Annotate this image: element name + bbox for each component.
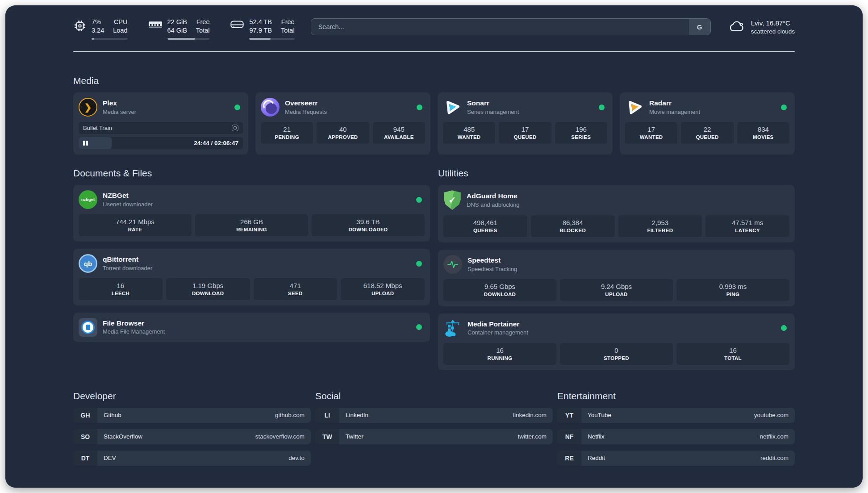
app-description: Usenet downloader xyxy=(103,201,153,209)
section-title-utilities: Utilities xyxy=(438,168,795,179)
cpu-progress-fill xyxy=(92,38,94,40)
social-section: Social LI LinkedInlinkedin.com TW Twitte… xyxy=(315,391,553,466)
cloud-icon xyxy=(727,19,746,35)
weather-condition: scattered clouds xyxy=(751,28,795,36)
stat-queued: 17QUEUED xyxy=(499,122,551,144)
status-dot xyxy=(416,324,422,330)
stat-series: 196SERIES xyxy=(555,122,607,144)
stat-leech: 16LEECH xyxy=(79,278,163,300)
link-name: DEV xyxy=(104,455,116,461)
pause-icon[interactable] xyxy=(83,141,88,146)
link-abbr: SO xyxy=(73,429,97,444)
link-name: Netflix xyxy=(588,433,605,440)
portainer-card[interactable]: Media Portainer Container management 16R… xyxy=(438,313,795,370)
playback-time: 24:44 / 02:06:47 xyxy=(194,140,238,146)
app-description: Media Requests xyxy=(285,108,327,116)
memory-total: 64 GiB xyxy=(167,26,187,35)
plex-card[interactable]: ❯ Plex Media server Bullet Train 24:44 /… xyxy=(73,92,248,155)
stat-wanted: 17WANTED xyxy=(625,122,677,144)
app-description: Media server xyxy=(103,108,136,116)
search-engine-button[interactable]: G xyxy=(689,19,710,35)
stat-pending: 21PENDING xyxy=(261,122,313,144)
overseerr-icon xyxy=(261,98,280,117)
stat-movies: 834MOVIES xyxy=(737,122,789,144)
stat-upload: 9.24 GbpsUPLOAD xyxy=(560,279,673,301)
cpu-loadavg: 3.24 xyxy=(92,26,104,35)
stat-upload: 618.52 MbpsUPLOAD xyxy=(341,278,425,300)
link-youtube[interactable]: YT YouTubeyoutube.com xyxy=(557,408,795,423)
overseerr-card[interactable]: Overseerr Media Requests 21PENDING 40APP… xyxy=(255,92,430,155)
weather-location-temp: Lviv, 16.87°C xyxy=(751,18,795,28)
link-linkedin[interactable]: LI LinkedInlinkedin.com xyxy=(315,408,553,423)
link-url: dev.to xyxy=(288,455,305,461)
utilities-section: Utilities ✓ AdGuard Home DNS and adblock… xyxy=(438,168,795,370)
stat-total: 16TOTAL xyxy=(676,343,789,365)
player-settings-icon[interactable] xyxy=(232,125,238,131)
memory-progress-track xyxy=(167,38,210,40)
link-url: netflix.com xyxy=(760,433,789,440)
memory-icon xyxy=(148,19,163,40)
stat-available: 945AVAILABLE xyxy=(373,122,425,144)
disk-labels: Free Total xyxy=(281,18,295,35)
link-stackoverflow[interactable]: SO StackOverflowstackoverflow.com xyxy=(73,429,311,444)
radarr-card[interactable]: Radarr Movie management 17WANTED 22QUEUE… xyxy=(620,92,795,155)
weather-widget: Lviv, 16.87°C scattered clouds xyxy=(727,18,795,36)
link-abbr: LI xyxy=(315,408,339,423)
disk-progress-track xyxy=(249,38,294,40)
header-divider xyxy=(73,51,795,52)
app-description: Media File Management xyxy=(103,328,165,336)
disk-total: 97.9 TB xyxy=(249,26,272,35)
status-dot xyxy=(599,104,605,110)
stat-download: 1.19 GbpsDOWNLOAD xyxy=(166,278,250,300)
app-description: Torrent downloader xyxy=(103,264,152,272)
app-description: DNS and adblocking xyxy=(467,201,520,209)
app-name: Media Portainer xyxy=(467,320,528,329)
stat-blocked: 86,384BLOCKED xyxy=(531,215,615,237)
link-reddit[interactable]: RE Redditreddit.com xyxy=(557,451,795,466)
app-description: Container management xyxy=(467,329,528,337)
sonarr-card[interactable]: Sonarr Series management 485WANTED 17QUE… xyxy=(438,92,613,155)
search-bar: G xyxy=(311,18,711,35)
app-name: Speedtest xyxy=(467,256,517,265)
search-input[interactable] xyxy=(311,19,689,35)
app-name: Sonarr xyxy=(467,99,519,108)
link-url: twitter.com xyxy=(517,433,547,440)
status-dot xyxy=(416,197,422,203)
memory-metric: 22 GiB 64 GiB Free Total xyxy=(148,18,210,40)
memory-total-label: Total xyxy=(196,26,210,35)
app-name: AdGuard Home xyxy=(467,192,520,201)
portainer-icon xyxy=(443,319,462,338)
stat-seed: 471SEED xyxy=(254,278,338,300)
media-section: Media ❯ Plex Media server Bullet Train xyxy=(73,75,795,155)
link-github[interactable]: GH Githubgithub.com xyxy=(73,408,311,423)
status-dot xyxy=(417,104,422,110)
link-netflix[interactable]: NF Netflixnetflix.com xyxy=(557,429,795,444)
adguard-card[interactable]: ✓ AdGuard Home DNS and adblocking 498,46… xyxy=(438,185,795,242)
cpu-values: 7% 3.24 xyxy=(92,18,104,35)
radarr-icon xyxy=(625,98,644,117)
qbittorrent-card[interactable]: qb qBittorrent Torrent downloader 16LEEC… xyxy=(73,249,430,305)
link-url: reddit.com xyxy=(760,455,789,461)
link-name: LinkedIn xyxy=(346,412,368,418)
disk-free-label: Free xyxy=(281,18,295,26)
memory-free: 22 GiB xyxy=(167,18,187,26)
stat-download: 9.65 GbpsDOWNLOAD xyxy=(443,279,556,301)
cpu-metric: 7% 3.24 CPU Load xyxy=(73,18,128,40)
link-url: github.com xyxy=(275,412,305,418)
stat-queries: 498,461QUERIES xyxy=(443,215,527,237)
nzbget-icon: nzbget xyxy=(79,190,97,209)
link-abbr: DT xyxy=(73,451,97,466)
app-name: qBittorrent xyxy=(103,255,152,264)
nzbget-card[interactable]: nzbget NZBGet Usenet downloader 744.21 M… xyxy=(73,185,430,242)
developer-section: Developer GH Githubgithub.com SO StackOv… xyxy=(73,391,311,466)
stat-approved: 40APPROVED xyxy=(317,122,369,144)
link-dev[interactable]: DT DEVdev.to xyxy=(73,451,311,466)
app-description: Movie management xyxy=(649,108,700,116)
speedtest-card[interactable]: Speedtest Speedtest Tracking 9.65 GbpsDO… xyxy=(438,250,795,306)
section-title-social: Social xyxy=(315,391,553,401)
link-name: Github xyxy=(104,412,121,418)
filebrowser-card[interactable]: File Browser Media File Management xyxy=(73,313,430,342)
link-twitter[interactable]: TW Twittertwitter.com xyxy=(315,429,553,444)
stat-wanted: 485WANTED xyxy=(443,122,495,144)
memory-labels: Free Total xyxy=(196,18,210,35)
